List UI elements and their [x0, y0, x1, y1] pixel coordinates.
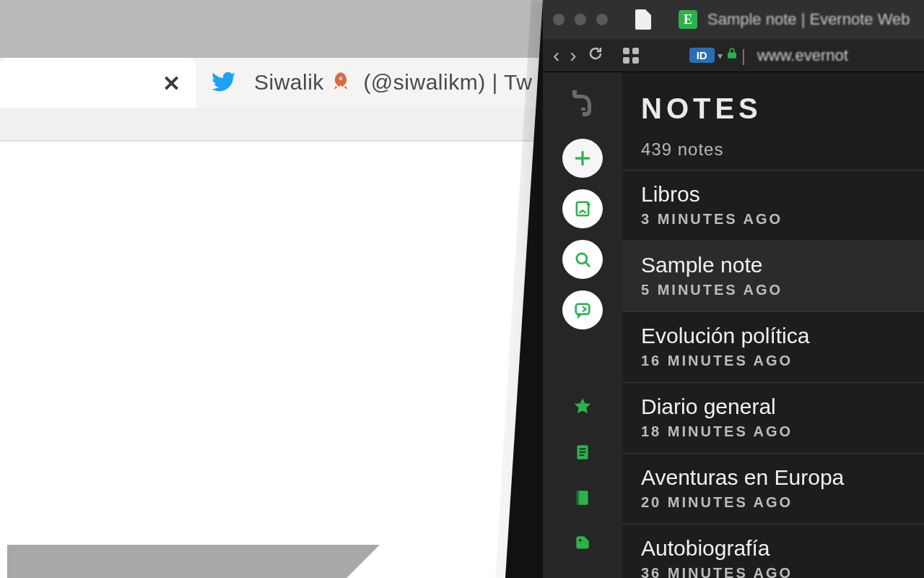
traffic-close-icon[interactable] — [553, 14, 565, 25]
notes-header: NOTES 439 notes — [622, 72, 924, 170]
rocket-icon — [331, 71, 351, 96]
traffic-lights[interactable] — [553, 14, 608, 25]
address-bar-url[interactable]: www.evernot — [757, 46, 848, 65]
work-chat-button[interactable] — [562, 290, 603, 329]
note-item[interactable]: Autobiografía36 MINUTES AGO — [622, 524, 924, 578]
shortcuts-star-icon[interactable] — [572, 396, 593, 417]
close-icon[interactable]: ✕ — [162, 71, 180, 96]
note-timestamp: 18 MINUTES AGO — [641, 423, 905, 440]
svg-point-0 — [339, 77, 342, 80]
notes-panel: NOTES 439 notes Libros3 MINUTES AGOSampl… — [622, 72, 924, 578]
evernote-logo-icon[interactable] — [564, 85, 601, 121]
note-item[interactable]: Aventuras en Europa20 MINUTES AGO — [622, 453, 924, 524]
extension-badge[interactable]: ID — [689, 48, 715, 63]
traffic-min-icon[interactable] — [575, 14, 586, 25]
left-window-titlebar[interactable] — [0, 0, 549, 58]
right-window-titlebar[interactable]: E Sample note | Evernote Web — [543, 0, 924, 39]
twitter-icon — [209, 69, 238, 97]
svg-rect-6 — [580, 452, 586, 453]
traffic-max-icon[interactable] — [596, 14, 608, 25]
evernote-favicon: E — [679, 10, 697, 29]
note-title: Aventuras en Europa — [641, 465, 905, 490]
note-timestamp: 20 MINUTES AGO — [641, 494, 905, 511]
svg-rect-1 — [577, 202, 588, 216]
svg-rect-8 — [578, 491, 588, 505]
lock-icon — [725, 47, 738, 64]
file-icon — [635, 9, 651, 30]
note-title: Autobiografía — [641, 536, 905, 561]
note-timestamp: 36 MINUTES AGO — [641, 565, 905, 578]
svg-rect-9 — [576, 491, 578, 505]
svg-point-10 — [579, 538, 581, 540]
note-title: Diario general — [641, 394, 905, 419]
svg-rect-7 — [580, 454, 585, 456]
notebooks-icon[interactable] — [572, 487, 593, 508]
right-browser-toolbar: ‹ › ID ▾ | www.evernot — [543, 39, 924, 72]
left-browser-toolbar[interactable] — [0, 108, 549, 142]
tab-title: Siwalik (@siwalikm) | Tw — [254, 70, 532, 97]
left-bottom-bar — [7, 545, 346, 578]
new-notebook-button[interactable] — [562, 189, 603, 228]
new-note-button[interactable] — [562, 139, 603, 178]
notes-icon[interactable] — [572, 441, 593, 462]
evernote-app: NOTES 439 notes Libros3 MINUTES AGOSampl… — [543, 72, 924, 578]
note-timestamp: 16 MINUTES AGO — [641, 353, 905, 369]
apps-icon[interactable] — [623, 48, 639, 64]
note-timestamp: 3 MINUTES AGO — [641, 211, 905, 228]
note-item[interactable]: Sample note5 MINUTES AGO — [622, 241, 924, 311]
search-button[interactable] — [562, 240, 603, 279]
left-tabstrip: ✕ Siwalik (@siwalikm) | Tw — [0, 58, 549, 108]
note-item[interactable]: Evolución política16 MINUTES AGO — [622, 311, 924, 382]
note-timestamp: 5 MINUTES AGO — [641, 282, 905, 298]
notes-title: NOTES — [641, 92, 905, 125]
svg-rect-5 — [580, 448, 586, 449]
browser-tab-active[interactable]: ✕ — [0, 58, 196, 108]
tags-icon[interactable] — [572, 532, 593, 553]
right-tab-title: Sample note | Evernote Web — [707, 10, 910, 29]
browser-tab-twitter[interactable]: Siwalik (@siwalikm) | Tw — [204, 58, 543, 108]
evernote-sidebar — [543, 72, 622, 578]
chevron-down-icon[interactable]: ▾ — [718, 50, 723, 61]
notes-count: 439 notes — [641, 139, 905, 160]
left-page-content — [0, 142, 549, 578]
note-item[interactable]: Libros3 MINUTES AGO — [622, 170, 924, 241]
reload-icon[interactable] — [587, 44, 604, 67]
note-title: Sample note — [641, 253, 905, 277]
forward-icon[interactable]: › — [570, 44, 576, 67]
left-browser-window: ✕ Siwalik (@siwalikm) | Tw — [0, 0, 549, 578]
note-title: Evolución política — [641, 324, 905, 348]
note-title: Libros — [641, 182, 905, 207]
back-icon[interactable]: ‹ — [553, 44, 559, 67]
note-item[interactable]: Diario general18 MINUTES AGO — [622, 382, 924, 453]
notes-list: Libros3 MINUTES AGOSample note5 MINUTES … — [622, 170, 924, 578]
